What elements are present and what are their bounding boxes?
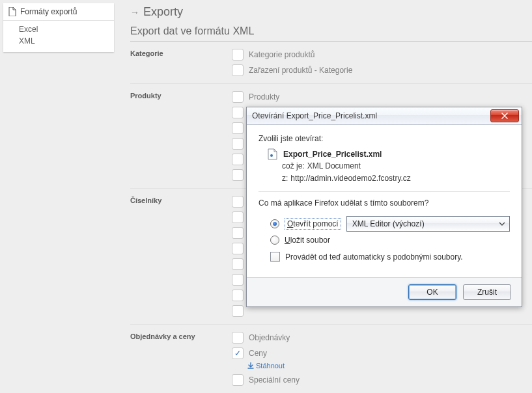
section-label-ciselniky: Číselníky [130,194,232,204]
download-link-ceny[interactable]: Stáhnout [247,361,285,372]
chk-ceny[interactable]: Ceny [232,346,532,361]
checkbox-icon [232,49,244,61]
download-dialog: Otevírání Export_Price_Pricelist.xml Zvo… [246,107,522,307]
radio-selected-icon [270,219,279,228]
checkbox-icon [270,252,280,262]
dialog-file-row: Export_Price_Pricelist.xml [259,148,510,160]
document-icon [8,7,16,16]
checkbox-icon [232,305,244,317]
checkbox-icon [232,274,244,286]
dialog-lead: Zvolili jste otevírat: [259,134,510,143]
arrow-right-icon: → [130,7,139,18]
radio-open-with[interactable]: Otevřít pomocí XML Editor (výchozí) [259,214,510,234]
chk-zarazeni-kategorie[interactable]: Zařazení produktů - Kategorie [232,62,532,78]
page-title-row: → Exporty [130,0,532,23]
checkbox-icon [232,154,244,165]
dialog-filename: Export_Price_Pricelist.xml [283,150,382,159]
open-with-label: Otevřít pomocí [285,218,341,230]
file-xml-icon [268,148,278,160]
dialog-titlebar[interactable]: Otevírání Export_Price_Pricelist.xml [247,107,522,125]
dialog-body: Zvolili jste otevírat: Export_Price_Pric… [247,125,522,273]
chk-objednavky[interactable]: Objednávky [232,330,532,346]
auto-label: Provádět od teď automaticky s podobnými … [285,252,463,262]
checkbox-icon [232,169,244,181]
dialog-question: Co má aplikace Firefox udělat s tímto so… [259,198,510,208]
section-kategorie: Kategorie Kategorie produktů Zařazení pr… [130,47,532,78]
app-select-value: XML Editor (výchozí) [352,219,425,228]
checkbox-icon [232,211,244,223]
sidebar-title: Formáty exportů [20,7,77,16]
checkbox-checked-icon [232,347,244,359]
dialog-from-value: http://admin.videodemo2.fcostry.cz [290,172,411,185]
dialog-from-label: z: [282,172,288,185]
save-file-label: Uložit soubor [285,236,330,245]
section-label-kategorie: Kategorie [130,47,232,57]
dialog-footer: OK Zrušit [247,277,522,306]
checkbox-icon [232,290,244,301]
svg-point-0 [270,154,273,157]
sidebar-item-xml[interactable]: XML [19,35,114,47]
section-label-objednavky: Objednávky a ceny [130,330,232,340]
dialog-type-value: XML Document [307,160,361,172]
page-title: Exporty [143,5,183,19]
download-icon [247,362,254,369]
checkbox-icon [232,64,244,76]
checkbox-icon [232,227,244,239]
dialog-title: Otevírání Export_Price_Pricelist.xml [252,111,377,120]
checkbox-auto[interactable]: Provádět od teď automaticky s podobnými … [259,247,510,264]
section-objednavky: Objednávky a ceny Objednávky Ceny Stáhno… [130,330,532,388]
section-label-produkty: Produkty [130,89,232,100]
chevron-down-icon [499,222,505,226]
checkbox-icon [232,138,244,150]
dialog-close-button[interactable] [490,109,519,122]
chk-produkty[interactable]: Produkty [232,89,532,105]
radio-icon [270,236,279,245]
checkbox-icon [232,91,244,103]
checkbox-icon [232,243,244,254]
dialog-subinfo: což je: XML Document z: http://admin.vid… [259,160,510,185]
app-select[interactable]: XML Editor (výchozí) [346,216,510,232]
checkbox-icon [232,374,244,386]
checkbox-icon [232,122,244,134]
checkbox-icon [232,332,244,344]
sidebar-header: Formáty exportů [3,3,114,21]
cancel-button[interactable]: Zrušit [463,284,511,300]
checkbox-icon [232,258,244,270]
chk-kategorie-produktu[interactable]: Kategorie produktů [232,47,532,62]
sidebar-item-excel[interactable]: Excel [19,23,114,35]
dialog-type-label: což je: [282,160,305,172]
checkbox-icon [232,196,244,208]
checkbox-icon [232,107,244,118]
sidebar: Formáty exportů Excel XML [3,3,114,52]
page-subtitle: Export dat ve formátu XML [130,23,532,42]
ok-button[interactable]: OK [408,284,456,300]
chk-specialni-ceny[interactable]: Speciální ceny [232,372,532,388]
radio-save-file[interactable]: Uložit soubor [259,234,510,247]
